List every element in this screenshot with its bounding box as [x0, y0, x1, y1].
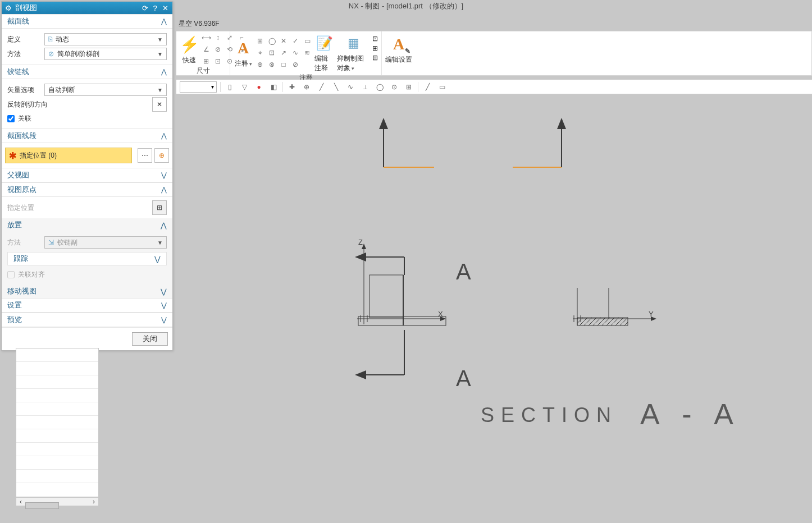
- tracking-header[interactable]: 跟踪⋁: [7, 252, 167, 265]
- view-origin-header[interactable]: 视图原点⋀: [2, 182, 172, 197]
- dim-icon[interactable]: ⟷: [201, 33, 211, 43]
- associative-checkbox[interactable]: 关联: [7, 112, 167, 125]
- svg-rect-9: [369, 275, 403, 318]
- move-view-header[interactable]: 移动视图⋁: [2, 285, 172, 298]
- scroll-right-icon[interactable]: ›: [89, 498, 98, 506]
- seltool-icon[interactable]: ▯: [224, 81, 235, 93]
- scroll-thumb[interactable]: [25, 502, 59, 509]
- section-segments-header[interactable]: 截面线段⋀: [2, 129, 172, 143]
- gear-icon[interactable]: ⚙: [5, 4, 12, 12]
- seltool-icon[interactable]: ●: [253, 81, 264, 93]
- annot-icon[interactable]: ⌖: [255, 48, 265, 58]
- snap-icon[interactable]: ⊞: [403, 81, 414, 93]
- annot-icon[interactable]: ⊡: [267, 48, 277, 58]
- assoc-align-checkbox: 关联对齐: [7, 268, 167, 281]
- axis-z-label: Z: [358, 238, 363, 246]
- section-text: SECTION: [481, 403, 618, 426]
- annot-icon[interactable]: ✕: [279, 36, 289, 46]
- annot-icon[interactable]: ⊞: [255, 36, 265, 46]
- settings-header[interactable]: 设置⋁: [2, 298, 172, 313]
- annot-icon[interactable]: ✓: [290, 36, 300, 46]
- associative-input[interactable]: [7, 115, 15, 122]
- seltool-icon[interactable]: ◧: [268, 81, 279, 93]
- dim-icon[interactable]: ⊞: [201, 56, 211, 66]
- edit-annotation-button[interactable]: 📝 编辑注释: [314, 33, 335, 73]
- method-select[interactable]: ⊘ 简单剖/阶梯剖▼: [44, 48, 167, 60]
- snap-icon[interactable]: ⊙: [389, 81, 400, 93]
- annot-icon[interactable]: ◯: [267, 36, 277, 46]
- drawing-canvas[interactable]: Z X A A Y SECTION A - A: [101, 94, 812, 523]
- dim-icon[interactable]: ⊘: [213, 44, 223, 54]
- definition-label: 定义: [7, 35, 41, 44]
- point-dialog-button[interactable]: ⋯: [138, 148, 152, 163]
- annot-small-icon[interactable]: ⊡: [372, 35, 378, 43]
- specify-location-row[interactable]: ✱ 指定位置 (0): [5, 148, 132, 163]
- annot-icon[interactable]: ∿: [290, 48, 300, 58]
- snap-icon[interactable]: ◯: [374, 81, 385, 93]
- snap-icon[interactable]: ╱: [316, 81, 327, 93]
- placement-header[interactable]: 放置⋀: [2, 218, 172, 232]
- definition-select[interactable]: ⎘ 动态▼: [44, 33, 167, 45]
- snap-icon[interactable]: ✚: [286, 81, 298, 93]
- reset-icon[interactable]: ⟳: [140, 4, 150, 12]
- section-aa-text: A - A: [640, 398, 741, 430]
- infer-point-button[interactable]: ⊕: [154, 148, 169, 163]
- axis-y-label: Y: [649, 310, 654, 318]
- dialog-titlebar[interactable]: ⚙ 剖视图 ⟳ ? ✕: [2, 2, 172, 14]
- dim-icon[interactable]: ⊡: [213, 56, 223, 66]
- hinge-icon: ⇲: [48, 238, 54, 246]
- section-view-dialog: ⚙ 剖视图 ⟳ ? ✕ 截面线⋀ 定义 ⎘ 动态▼ 方法 ⊘ 简单剖/阶梯剖▼ …: [1, 1, 173, 351]
- reverse-direction-button[interactable]: ✕: [152, 97, 167, 112]
- method-label: 方法: [7, 49, 41, 59]
- annot-icon[interactable]: ⊗: [267, 59, 277, 70]
- selection-filter-combo[interactable]: ▾: [180, 81, 217, 93]
- section-label-a: A: [456, 259, 471, 284]
- specify-location-label: 指定位置: [7, 203, 149, 213]
- dim-icon[interactable]: ∠: [201, 44, 211, 54]
- annot-icon[interactable]: ⊕: [255, 59, 265, 70]
- group-label-dim: 尺寸: [180, 66, 226, 75]
- dynamic-icon: ⎘: [48, 35, 52, 43]
- snap-icon[interactable]: ∿: [345, 81, 356, 93]
- scroll-left-icon[interactable]: ‹: [16, 498, 25, 506]
- annot-icon[interactable]: ≋: [302, 48, 312, 58]
- snap-icon[interactable]: ⟂: [359, 81, 371, 93]
- edit-settings-button[interactable]: A✎ 编辑设置: [385, 34, 412, 65]
- suppress-objects-button[interactable]: ▦ 抑制制图对象▾: [337, 33, 370, 73]
- quick-button[interactable]: ⚡ 快速: [180, 34, 199, 65]
- close-button[interactable]: 关闭: [132, 332, 168, 346]
- method2-select: ⇲ 铰链副▼: [44, 236, 167, 249]
- annot-icon[interactable]: ↗: [279, 48, 289, 58]
- dim-icon[interactable]: ↕: [213, 33, 223, 43]
- hinge-line-header[interactable]: 铰链线⋀: [2, 65, 172, 79]
- section-method-icon: ⊘: [48, 50, 54, 58]
- preview-header[interactable]: 预览⋁: [2, 313, 172, 327]
- vector-option-select[interactable]: 自动判断▼: [44, 84, 167, 96]
- axis-x-label: X: [438, 310, 443, 318]
- seltool-icon[interactable]: ▽: [239, 81, 250, 93]
- horizontal-scrollbar[interactable]: ‹ ›: [16, 497, 99, 506]
- required-icon: ✱: [9, 150, 16, 161]
- annotation-button[interactable]: A 注释▾: [234, 38, 253, 68]
- part-navigator-fragment[interactable]: [16, 348, 99, 497]
- snap-icon[interactable]: ╲: [330, 81, 341, 93]
- annot-small-icon[interactable]: ⊟: [372, 54, 378, 62]
- parent-view-header[interactable]: 父视图⋁: [2, 168, 172, 182]
- selection-toolbar: ▾ ▯ ▽ ● ◧ ✚ ⊕ ╱ ╲ ∿ ⟂ ◯ ⊙ ⊞ ╱ ▭: [176, 80, 812, 94]
- annot-icon[interactable]: ⊘: [290, 59, 300, 70]
- section-line-header[interactable]: 截面线⋀: [2, 14, 172, 29]
- svg-rect-14: [577, 318, 628, 325]
- annot-icon[interactable]: ▭: [302, 36, 312, 46]
- vector-option-label: 矢量选项: [7, 85, 41, 95]
- ribbon-tab[interactable]: 星空 V6.936F: [179, 19, 220, 30]
- annot-icon[interactable]: □: [279, 59, 289, 70]
- specify-location-button: ⊞: [152, 200, 167, 215]
- snap-icon[interactable]: ▭: [436, 81, 448, 93]
- snap-icon[interactable]: ╱: [422, 81, 433, 93]
- annot-small-icon[interactable]: ⊞: [372, 44, 378, 52]
- help-icon[interactable]: ?: [150, 4, 160, 12]
- snap-icon[interactable]: ⊕: [301, 81, 312, 93]
- section-label-a: A: [456, 366, 471, 391]
- close-icon[interactable]: ✕: [160, 4, 170, 12]
- method2-label: 方法: [7, 238, 41, 247]
